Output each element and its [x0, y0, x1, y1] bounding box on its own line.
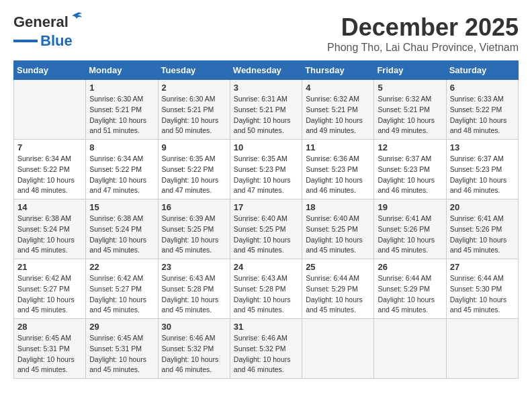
page-header: General Blue December 2025 Phong Tho, La… [13, 13, 519, 54]
day-cell: 13Sunrise: 6:37 AMSunset: 5:23 PMDayligh… [446, 140, 518, 199]
day-info: Sunrise: 6:41 AMSunset: 5:26 PMDaylight:… [450, 214, 515, 256]
day-cell: 27Sunrise: 6:44 AMSunset: 5:30 PMDayligh… [446, 259, 518, 319]
day-info: Sunrise: 6:37 AMSunset: 5:23 PMDaylight:… [378, 154, 442, 196]
day-cell: 15Sunrise: 6:38 AMSunset: 5:24 PMDayligh… [86, 199, 158, 259]
day-number: 4 [306, 83, 370, 93]
logo: General Blue [13, 13, 73, 50]
day-info: Sunrise: 6:44 AMSunset: 5:30 PMDaylight:… [450, 273, 515, 316]
day-info: Sunrise: 6:40 AMSunset: 5:25 PMDaylight:… [234, 214, 298, 256]
day-number: 31 [234, 322, 298, 332]
day-info: Sunrise: 6:30 AMSunset: 5:21 PMDaylight:… [162, 94, 226, 136]
day-info: Sunrise: 6:30 AMSunset: 5:21 PMDaylight:… [89, 94, 154, 136]
day-cell: 24Sunrise: 6:43 AMSunset: 5:28 PMDayligh… [230, 259, 302, 319]
day-info: Sunrise: 6:38 AMSunset: 5:24 PMDaylight:… [17, 214, 82, 256]
day-number: 3 [234, 83, 298, 93]
header-thursday: Thursday [302, 61, 374, 80]
day-info: Sunrise: 6:43 AMSunset: 5:28 PMDaylight:… [234, 273, 298, 316]
day-info: Sunrise: 6:31 AMSunset: 5:21 PMDaylight:… [234, 94, 298, 136]
day-cell: 29Sunrise: 6:45 AMSunset: 5:31 PMDayligh… [86, 319, 158, 379]
day-number: 6 [450, 83, 515, 93]
day-cell: 5Sunrise: 6:32 AMSunset: 5:21 PMDaylight… [374, 80, 446, 140]
calendar-header-row: SundayMondayTuesdayWednesdayThursdayFrid… [14, 61, 519, 80]
day-number: 1 [89, 83, 154, 93]
day-info: Sunrise: 6:36 AMSunset: 5:23 PMDaylight:… [306, 154, 370, 196]
day-info: Sunrise: 6:35 AMSunset: 5:22 PMDaylight:… [162, 154, 226, 196]
day-number: 30 [162, 322, 226, 332]
week-row-1: 1Sunrise: 6:30 AMSunset: 5:21 PMDaylight… [14, 80, 519, 140]
header-monday: Monday [86, 61, 158, 80]
day-number: 14 [17, 202, 82, 212]
day-number: 18 [306, 202, 370, 212]
day-number: 28 [17, 322, 82, 332]
day-number: 9 [162, 142, 226, 152]
day-cell: 20Sunrise: 6:41 AMSunset: 5:26 PMDayligh… [446, 199, 518, 259]
day-cell: 19Sunrise: 6:41 AMSunset: 5:26 PMDayligh… [374, 199, 446, 259]
day-number: 17 [234, 202, 298, 212]
day-cell: 23Sunrise: 6:43 AMSunset: 5:28 PMDayligh… [158, 259, 230, 319]
month-title: December 2025 [327, 13, 519, 42]
day-number: 23 [162, 262, 226, 272]
day-info: Sunrise: 6:46 AMSunset: 5:32 PMDaylight:… [234, 333, 298, 375]
day-cell: 14Sunrise: 6:38 AMSunset: 5:24 PMDayligh… [14, 199, 86, 259]
day-number: 25 [306, 262, 370, 272]
day-info: Sunrise: 6:45 AMSunset: 5:31 PMDaylight:… [89, 333, 154, 375]
day-info: Sunrise: 6:35 AMSunset: 5:23 PMDaylight:… [234, 154, 298, 196]
day-cell: 8Sunrise: 6:34 AMSunset: 5:22 PMDaylight… [86, 140, 158, 199]
day-info: Sunrise: 6:32 AMSunset: 5:21 PMDaylight:… [378, 94, 442, 136]
day-info: Sunrise: 6:46 AMSunset: 5:32 PMDaylight:… [162, 333, 226, 375]
day-cell: 7Sunrise: 6:34 AMSunset: 5:22 PMDaylight… [14, 140, 86, 199]
bird-icon [69, 11, 83, 26]
day-cell: 11Sunrise: 6:36 AMSunset: 5:23 PMDayligh… [302, 140, 374, 199]
day-number: 15 [89, 202, 154, 212]
day-info: Sunrise: 6:38 AMSunset: 5:24 PMDaylight:… [89, 214, 154, 256]
day-cell: 16Sunrise: 6:39 AMSunset: 5:25 PMDayligh… [158, 199, 230, 259]
calendar-table: SundayMondayTuesdayWednesdayThursdayFrid… [13, 60, 519, 379]
day-cell: 4Sunrise: 6:32 AMSunset: 5:21 PMDaylight… [302, 80, 374, 140]
day-number: 27 [450, 262, 515, 272]
day-cell: 26Sunrise: 6:44 AMSunset: 5:29 PMDayligh… [374, 259, 446, 319]
logo-general: General [13, 13, 69, 30]
day-number: 11 [306, 142, 370, 152]
day-cell: 28Sunrise: 6:45 AMSunset: 5:31 PMDayligh… [14, 319, 86, 379]
day-number: 29 [89, 322, 154, 332]
day-number: 21 [17, 262, 82, 272]
day-number: 26 [378, 262, 442, 272]
day-info: Sunrise: 6:41 AMSunset: 5:26 PMDaylight:… [378, 214, 442, 256]
day-number: 13 [450, 142, 515, 152]
day-number: 19 [378, 202, 442, 212]
day-cell: 18Sunrise: 6:40 AMSunset: 5:25 PMDayligh… [302, 199, 374, 259]
day-number: 22 [89, 262, 154, 272]
week-row-4: 21Sunrise: 6:42 AMSunset: 5:27 PMDayligh… [14, 259, 519, 319]
week-row-3: 14Sunrise: 6:38 AMSunset: 5:24 PMDayligh… [14, 199, 519, 259]
day-cell: 30Sunrise: 6:46 AMSunset: 5:32 PMDayligh… [158, 319, 230, 379]
day-number: 24 [234, 262, 298, 272]
day-cell: 12Sunrise: 6:37 AMSunset: 5:23 PMDayligh… [374, 140, 446, 199]
day-cell: 6Sunrise: 6:33 AMSunset: 5:22 PMDaylight… [446, 80, 518, 140]
subtitle: Phong Tho, Lai Chau Province, Vietnam [327, 42, 519, 54]
day-cell [302, 319, 374, 379]
logo-blue: Blue [40, 32, 73, 50]
day-number: 10 [234, 142, 298, 152]
week-row-5: 28Sunrise: 6:45 AMSunset: 5:31 PMDayligh… [14, 319, 519, 379]
calendar-body: 1Sunrise: 6:30 AMSunset: 5:21 PMDaylight… [14, 80, 519, 379]
day-cell [374, 319, 446, 379]
day-number: 8 [89, 142, 154, 152]
day-number: 12 [378, 142, 442, 152]
day-info: Sunrise: 6:44 AMSunset: 5:29 PMDaylight:… [306, 273, 370, 316]
header-saturday: Saturday [446, 61, 518, 80]
day-cell: 21Sunrise: 6:42 AMSunset: 5:27 PMDayligh… [14, 259, 86, 319]
logo-line [13, 40, 38, 42]
day-number: 5 [378, 83, 442, 93]
day-number: 2 [162, 83, 226, 93]
day-info: Sunrise: 6:42 AMSunset: 5:27 PMDaylight:… [17, 273, 82, 316]
day-info: Sunrise: 6:34 AMSunset: 5:22 PMDaylight:… [17, 154, 82, 196]
day-cell [14, 80, 86, 140]
day-info: Sunrise: 6:43 AMSunset: 5:28 PMDaylight:… [162, 273, 226, 316]
day-cell: 1Sunrise: 6:30 AMSunset: 5:21 PMDaylight… [86, 80, 158, 140]
day-info: Sunrise: 6:39 AMSunset: 5:25 PMDaylight:… [162, 214, 226, 256]
day-info: Sunrise: 6:42 AMSunset: 5:27 PMDaylight:… [89, 273, 154, 316]
day-number: 7 [17, 142, 82, 152]
header-sunday: Sunday [14, 61, 86, 80]
header-tuesday: Tuesday [158, 61, 230, 80]
day-cell: 2Sunrise: 6:30 AMSunset: 5:21 PMDaylight… [158, 80, 230, 140]
